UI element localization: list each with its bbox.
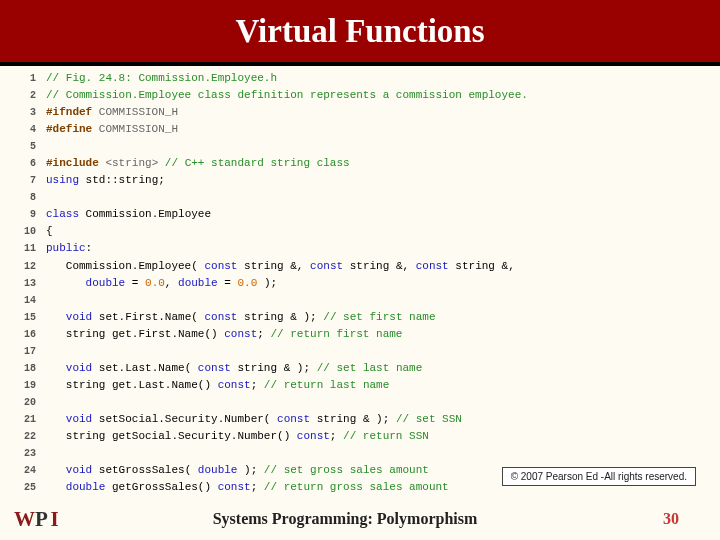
code-line: 23 xyxy=(14,445,710,462)
code-line: 1// Fig. 24.8: Commission.Employee.h xyxy=(14,70,710,87)
code-text: { xyxy=(46,223,53,240)
code-line: 2// Commission.Employee class definition… xyxy=(14,87,710,104)
line-number: 7 xyxy=(14,173,36,189)
code-line: 12 Commission.Employee( const string &, … xyxy=(14,258,710,275)
line-number: 3 xyxy=(14,105,36,121)
code-line: 11public: xyxy=(14,240,710,257)
line-number: 1 xyxy=(14,71,36,87)
line-number: 25 xyxy=(14,480,36,496)
code-line: 18 void set.Last.Name( const string & );… xyxy=(14,360,710,377)
line-number: 22 xyxy=(14,429,36,445)
code-text: double getGrossSales() const; // return … xyxy=(46,479,449,496)
code-text: void set.First.Name( const string & ); /… xyxy=(46,309,436,326)
code-line: 5 xyxy=(14,138,710,155)
code-line: 13 double = 0.0, double = 0.0 ); xyxy=(14,275,710,292)
line-number: 5 xyxy=(14,139,36,155)
code-text: #include <string> // C++ standard string… xyxy=(46,155,350,172)
code-listing: 1// Fig. 24.8: Commission.Employee.h2// … xyxy=(0,66,720,500)
code-line: 8 xyxy=(14,189,710,206)
code-text: void setSocial.Security.Number( const st… xyxy=(46,411,462,428)
code-text: string get.First.Name() const; // return… xyxy=(46,326,402,343)
code-text: // Commission.Employee class definition … xyxy=(46,87,528,104)
code-text: #ifndef COMMISSION_H xyxy=(46,104,178,121)
code-text: public: xyxy=(46,240,92,257)
copyright-notice: © 2007 Pearson Ed -All rights reserved. xyxy=(502,467,696,486)
code-text: string get.Last.Name() const; // return … xyxy=(46,377,389,394)
line-number: 15 xyxy=(14,310,36,326)
code-line: 9class Commission.Employee xyxy=(14,206,710,223)
footer-caption: Systems Programming: Polymorphism xyxy=(54,510,636,528)
code-text: double = 0.0, double = 0.0 ); xyxy=(46,275,277,292)
code-text: class Commission.Employee xyxy=(46,206,211,223)
code-text: // Fig. 24.8: Commission.Employee.h xyxy=(46,70,277,87)
line-number: 16 xyxy=(14,327,36,343)
svg-text:W: W xyxy=(14,507,35,531)
code-text: string getSocial.Security.Number() const… xyxy=(46,428,429,445)
code-text: Commission.Employee( const string &, con… xyxy=(46,258,515,275)
code-line: 6#include <string> // C++ standard strin… xyxy=(14,155,710,172)
line-number: 17 xyxy=(14,344,36,360)
line-number: 2 xyxy=(14,88,36,104)
code-text xyxy=(46,292,53,309)
line-number: 19 xyxy=(14,378,36,394)
code-line: 17 xyxy=(14,343,710,360)
code-line: 7using std::string; xyxy=(14,172,710,189)
line-number: 21 xyxy=(14,412,36,428)
line-number: 20 xyxy=(14,395,36,411)
code-text xyxy=(46,445,53,462)
code-line: 22 string getSocial.Security.Number() co… xyxy=(14,428,710,445)
line-number: 18 xyxy=(14,361,36,377)
code-text xyxy=(46,189,53,206)
line-number: 10 xyxy=(14,224,36,240)
line-number: 12 xyxy=(14,259,36,275)
code-text: #define COMMISSION_H xyxy=(46,121,178,138)
code-line: 21 void setSocial.Security.Number( const… xyxy=(14,411,710,428)
line-number: 9 xyxy=(14,207,36,223)
title-bar: Virtual Functions xyxy=(0,0,720,66)
line-number: 13 xyxy=(14,276,36,292)
line-number: 6 xyxy=(14,156,36,172)
code-text xyxy=(46,343,53,360)
code-line: 16 string get.First.Name() const; // ret… xyxy=(14,326,710,343)
code-text: void setGrossSales( double ); // set gro… xyxy=(46,462,429,479)
line-number: 23 xyxy=(14,446,36,462)
code-line: 3#ifndef COMMISSION_H xyxy=(14,104,710,121)
code-line: 10{ xyxy=(14,223,710,240)
code-line: 19 string get.Last.Name() const; // retu… xyxy=(14,377,710,394)
line-number: 11 xyxy=(14,241,36,257)
code-line: 20 xyxy=(14,394,710,411)
code-line: 14 xyxy=(14,292,710,309)
svg-text:P: P xyxy=(35,507,48,531)
code-text xyxy=(46,394,53,411)
code-text xyxy=(46,138,53,155)
line-number: 14 xyxy=(14,293,36,309)
code-text: void set.Last.Name( const string & ); //… xyxy=(46,360,422,377)
line-number: 8 xyxy=(14,190,36,206)
code-text: using std::string; xyxy=(46,172,165,189)
code-line: 4#define COMMISSION_H xyxy=(14,121,710,138)
footer: W P I Systems Programming: Polymorphism … xyxy=(0,498,720,540)
page-number: 30 xyxy=(636,510,706,528)
slide-title: Virtual Functions xyxy=(235,13,484,50)
line-number: 4 xyxy=(14,122,36,138)
line-number: 24 xyxy=(14,463,36,479)
code-line: 15 void set.First.Name( const string & )… xyxy=(14,309,710,326)
